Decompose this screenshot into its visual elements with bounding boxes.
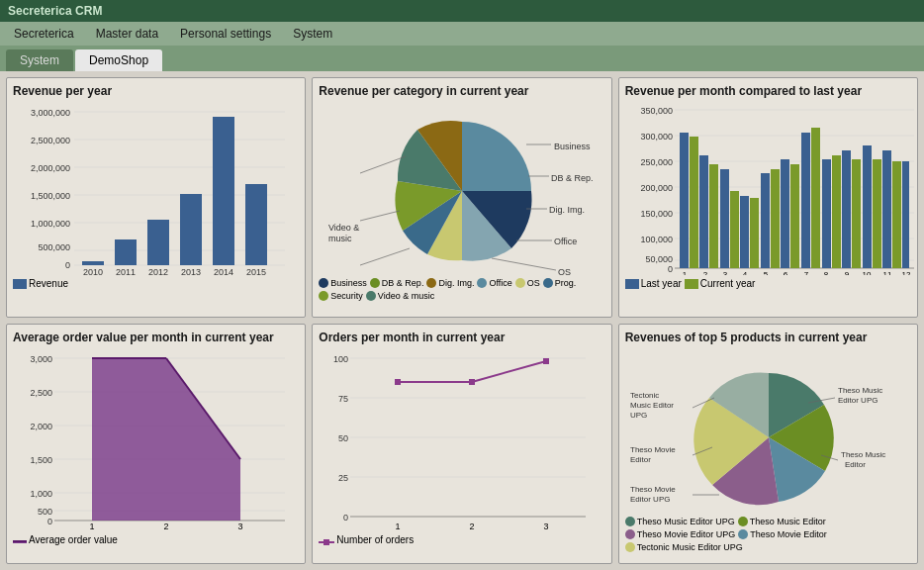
title-bar: Secreterica CRM <box>0 0 924 22</box>
svg-text:2013: 2013 <box>181 267 201 275</box>
legend-revenue-month: Last year Current year <box>625 278 911 289</box>
tab-bar: System DemoShop <box>0 46 924 71</box>
svg-rect-58 <box>730 191 739 268</box>
svg-text:Editor UPG: Editor UPG <box>630 495 670 504</box>
svg-text:2014: 2014 <box>214 267 233 275</box>
svg-line-33 <box>492 258 556 270</box>
svg-rect-71 <box>863 145 872 268</box>
menu-personal-settings[interactable]: Personal settings <box>170 24 281 44</box>
svg-rect-56 <box>709 164 718 268</box>
svg-text:5: 5 <box>763 270 768 275</box>
svg-text:Dig. Img.: Dig. Img. <box>549 205 585 215</box>
svg-text:50,000: 50,000 <box>645 254 673 264</box>
chart-top5: Tectonic Music Editor UPG Theso Movie Ed… <box>625 348 912 522</box>
svg-text:Theso Music: Theso Music <box>841 450 885 459</box>
app-title: Secreterica CRM <box>8 4 102 18</box>
legend-avg-label: Average order value <box>29 534 118 545</box>
legend-orders-label: Number of orders <box>336 534 414 545</box>
bar-2012 <box>147 220 169 265</box>
svg-text:300,000: 300,000 <box>640 132 673 142</box>
svg-text:Theso Movie: Theso Movie <box>630 445 676 454</box>
svg-text:9: 9 <box>844 270 849 275</box>
bar-2015 <box>245 184 267 265</box>
svg-text:Tectonic: Tectonic <box>630 391 659 400</box>
svg-text:Music Editor: Music Editor <box>630 401 674 410</box>
tab-demoshop[interactable]: DemoShop <box>75 49 162 71</box>
svg-rect-64 <box>790 164 799 268</box>
svg-rect-55 <box>699 155 708 268</box>
menu-secreterica[interactable]: Secreterica <box>4 24 84 44</box>
svg-text:0: 0 <box>668 264 673 274</box>
panel-top5: Revenues of top 5 products in current ye… <box>618 324 918 564</box>
menu-bar: Secreterica Master data Personal setting… <box>0 22 924 46</box>
svg-text:4: 4 <box>742 270 747 275</box>
svg-text:100: 100 <box>333 354 348 364</box>
panel-avg-order: Average order value per month in current… <box>6 324 306 564</box>
svg-rect-66 <box>811 128 820 268</box>
svg-text:10: 10 <box>862 270 871 275</box>
svg-rect-72 <box>873 159 881 268</box>
svg-rect-57 <box>720 169 729 268</box>
svg-line-119 <box>472 361 546 382</box>
svg-text:music: music <box>328 234 352 243</box>
svg-rect-73 <box>882 150 891 268</box>
tab-system[interactable]: System <box>6 49 73 71</box>
svg-text:Theso Music: Theso Music <box>838 386 882 395</box>
svg-rect-62 <box>771 169 780 268</box>
svg-rect-59 <box>740 196 749 268</box>
svg-text:Business: Business <box>554 142 591 151</box>
svg-line-34 <box>360 248 410 265</box>
svg-rect-60 <box>750 198 759 268</box>
svg-text:1: 1 <box>682 270 687 275</box>
svg-text:7: 7 <box>803 270 808 275</box>
svg-rect-74 <box>892 161 901 268</box>
svg-text:11: 11 <box>882 270 891 275</box>
panel-revenue-month: Revenue per month compared to last year … <box>618 77 918 318</box>
svg-text:Editor: Editor <box>845 460 866 469</box>
svg-text:250,000: 250,000 <box>640 157 673 167</box>
svg-text:2010: 2010 <box>83 267 103 275</box>
svg-text:0: 0 <box>65 260 70 270</box>
panel-title-revenue-month: Revenue per month compared to last year <box>625 84 911 98</box>
chart-revenue-month: 350,000 300,000 250,000 200,000 150,000 … <box>625 102 917 275</box>
chart-avg-order: 3,000 2,500 2,000 1,500 1,000 500 0 1 2 … <box>13 348 290 531</box>
legend-top5: Theso Music Editor UPG Theso Music Edito… <box>625 517 911 552</box>
svg-rect-75 <box>902 161 909 268</box>
svg-text:2,000,000: 2,000,000 <box>31 163 70 173</box>
svg-text:2: 2 <box>470 522 475 531</box>
panel-title-orders-month: Orders per month in current year <box>319 331 604 344</box>
svg-text:0: 0 <box>343 513 348 522</box>
svg-text:3: 3 <box>237 522 242 531</box>
dashboard: Revenue per year 3,000,000 2,500,000 2,0… <box>0 71 924 570</box>
svg-text:500: 500 <box>38 507 52 517</box>
svg-text:8: 8 <box>823 270 828 275</box>
svg-rect-120 <box>395 379 401 385</box>
svg-text:350,000: 350,000 <box>640 106 673 116</box>
svg-text:Theso Movie: Theso Movie <box>630 485 676 494</box>
svg-rect-54 <box>690 137 698 268</box>
svg-text:25: 25 <box>338 473 348 483</box>
svg-rect-67 <box>822 159 831 268</box>
panel-orders-month: Orders per month in current year 100 75 … <box>312 324 611 564</box>
svg-rect-65 <box>801 133 810 268</box>
bar-2010 <box>82 261 104 265</box>
svg-text:Video &: Video & <box>328 223 359 233</box>
chart-revenue-year: 3,000,000 2,500,000 2,000,000 1,500,000 … <box>13 102 290 275</box>
svg-text:1,500: 1,500 <box>30 455 52 465</box>
menu-master-data[interactable]: Master data <box>86 24 168 44</box>
menu-system[interactable]: System <box>283 24 342 44</box>
svg-rect-69 <box>842 150 851 268</box>
bar-2013 <box>180 194 202 265</box>
svg-text:2,000: 2,000 <box>30 422 52 431</box>
svg-rect-70 <box>852 159 861 268</box>
svg-text:200,000: 200,000 <box>640 183 673 193</box>
legend-revenue-year: Revenue <box>13 278 299 289</box>
svg-text:3: 3 <box>544 522 549 531</box>
svg-rect-121 <box>469 379 475 385</box>
panel-title-avg-order: Average order value per month in current… <box>13 331 299 344</box>
svg-rect-53 <box>680 133 689 268</box>
svg-text:2: 2 <box>163 522 168 531</box>
svg-rect-68 <box>832 155 841 268</box>
legend-category: Business DB & Rep. Dig. Img. Office OS P… <box>319 278 604 301</box>
svg-text:12: 12 <box>901 270 910 275</box>
